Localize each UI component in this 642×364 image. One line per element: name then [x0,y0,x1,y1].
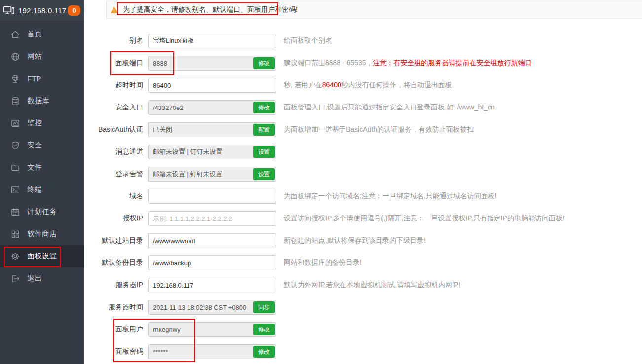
panel-password-action-button[interactable]: 修改 [253,346,275,358]
sidebar-item-panel-settings[interactable]: 面板设置 [0,245,84,267]
settings-row-message-channel: 消息通道 设置 [84,145,642,159]
server-header[interactable]: 192.168.0.117 0 [0,0,84,21]
sidebar-item-monitor[interactable]: 监控 [0,112,84,134]
panel-user-label: 面板用户 [84,325,143,334]
settings-row-basicauth: BasicAuth认证 配置 为面板增加一道基于BasicAuth的认证服务，有… [84,122,642,137]
sidebar-item-label: 安全 [27,141,42,150]
server-time-label: 服务器时间 [84,303,143,312]
settings-row-default-site-dir: 默认建站目录 新创建的站点,默认将保存到该目录的下级目录! [84,233,642,248]
shield-check-icon [10,141,20,150]
settings-row-default-backup-dir: 默认备份目录 网站和数据库的备份目录! [84,255,642,270]
warning-icon [110,6,118,14]
sidebar-item-cron[interactable]: 计划任务 [0,201,84,223]
security-warning-banner: 为了提高安全，请修改别名、默认端口、面板用户和密码! [106,1,642,19]
alias-input[interactable] [148,34,276,48]
sidebar-item-label: 首页 [27,30,42,39]
domain-hint: 为面板绑定一个访问域名;注意：一旦绑定域名,只能通过域名访问面板! [284,192,497,201]
default-backup-dir-label: 默认备份目录 [84,258,143,267]
sidebar-item-database[interactable]: 数据库 [0,90,84,112]
domain-input[interactable] [148,189,276,204]
sidebar-item-home[interactable]: 首页 [0,23,84,45]
sidebar-item-label: FTP [27,74,41,83]
security-entrance-action-button[interactable]: 修改 [253,102,275,113]
timeout-label: 超时时间 [84,81,143,90]
settings-row-panel-password: 面板密码 修改 [84,344,642,359]
panel-password-label: 面板密码 [84,347,143,356]
login-alert-label: 登录告警 [84,170,143,179]
sidebar-item-ftp[interactable]: FTP [0,68,84,90]
sidebar-item-label: 终端 [27,185,42,194]
main-content: 为了提高安全，请修改别名、默认端口、面板用户和密码! 别名 给面板取个别名 面板… [84,0,642,364]
sidebar-menu: 首页 网站 FTP 数据库 监控 安全 文件 终端 计划任务 软件商店 面板设置 [0,21,84,290]
home-icon [10,30,20,39]
basicauth-action-button[interactable]: 配置 [253,124,275,136]
folder-icon [10,163,20,173]
alias-label: 别名 [84,36,143,45]
computer-icon [3,5,15,16]
sidebar-item-website[interactable]: 网站 [0,45,84,68]
warning-text: 为了提高安全，请修改别名、默认端口、面板用户和密码! [123,5,298,14]
default-backup-dir-hint: 网站和数据库的备份目录! [284,258,362,267]
settings-row-panel-port: 面板端口 修改 建议端口范围8888 - 65535，注意：有安全组的服务器请提… [84,56,642,71]
message-channel-action-button[interactable]: 设置 [253,146,275,158]
authorized-ip-label: 授权IP [84,214,143,223]
panel-port-label: 面板端口 [84,59,143,68]
timeout-input[interactable] [148,78,276,93]
login-alert-action-button[interactable]: 设置 [253,168,275,180]
settings-row-server-ip: 服务器IP 默认为外网IP,若您在本地虚拟机测试,请填写虚拟机内网IP! [84,278,642,292]
default-site-dir-label: 默认建站目录 [84,236,143,245]
authorized-ip-hint: 设置访问授权IP,多个请使用逗号(,)隔开,注意：一旦设置授权IP,只有指定IP… [284,214,565,223]
sidebar-item-label: 退出 [27,274,42,283]
domain-label: 域名 [84,192,143,201]
monitor-chart-icon [10,118,20,128]
sidebar-item-logout[interactable]: 退出 [0,267,84,290]
sidebar-item-label: 文件 [27,163,42,172]
settings-row-timeout: 超时时间 秒, 若用户在86400秒内没有任何操作，将自动退出面板 [84,78,642,93]
grid-icon [10,229,20,239]
database-icon [10,96,20,106]
panel-user-action-button[interactable]: 修改 [253,324,275,335]
panel-port-action-button[interactable]: 修改 [253,57,275,69]
default-site-dir-hint: 新创建的站点,默认将保存到该目录的下级目录! [284,236,426,245]
sidebar-item-label: 计划任务 [27,207,57,217]
alias-hint: 给面板取个别名 [284,36,332,45]
sidebar-item-label: 软件商店 [27,229,57,239]
logout-icon [10,274,20,284]
server-ip-hint: 默认为外网IP,若您在本地虚拟机测试,请填写虚拟机内网IP! [284,281,460,290]
sidebar: 192.168.0.117 0 首页 网站 FTP 数据库 监控 安全 文件 终… [0,0,84,364]
authorized-ip-input[interactable] [148,211,276,226]
settings-row-server-time: 服务器时间 同步 [84,300,642,315]
settings-row-domain: 域名 为面板绑定一个访问域名;注意：一旦绑定域名,只能通过域名访问面板! [84,189,642,204]
globe-icon [10,52,20,62]
sidebar-item-label: 数据库 [27,96,49,106]
terminal-icon [10,185,20,195]
basicauth-hint: 为面板增加一道基于BasicAuth的认证服务，有效防止面板被扫 [284,125,474,134]
default-backup-dir-input[interactable] [148,255,276,270]
timeout-hint: 秒, 若用户在86400秒内没有任何操作，将自动退出面板 [284,81,452,90]
settings-row-panel-user: 面板用户 修改 [84,322,642,337]
calendar-icon [10,207,20,217]
security-entrance-hint: 面板管理入口,设置后只能通过指定安全入口登录面板,如: /www_bt_cn [284,103,495,112]
gear-icon [10,252,20,261]
server-ip-text: 192.168.0.117 [18,6,68,15]
sidebar-item-appstore[interactable]: 软件商店 [0,223,84,245]
server-time-action-button[interactable]: 同步 [253,301,275,313]
settings-row-alias: 别名 给面板取个别名 [84,34,642,48]
basicauth-label: BasicAuth认证 [84,125,143,134]
server-ip-label: 服务器IP [84,281,143,290]
server-ip-input[interactable] [148,278,276,292]
settings-row-login-alert: 登录告警 设置 [84,167,642,182]
default-site-dir-input[interactable] [148,233,276,248]
sidebar-item-terminal[interactable]: 终端 [0,179,84,201]
sidebar-item-label: 面板设置 [27,252,57,261]
notification-badge[interactable]: 0 [68,5,80,16]
ftp-globe-icon [10,74,20,84]
sidebar-item-security[interactable]: 安全 [0,134,84,156]
settings-form: 别名 给面板取个别名 面板端口 修改 建议端口范围8888 - 65535，注意… [84,34,642,364]
panel-port-hint: 建议端口范围8888 - 65535，注意：有安全组的服务器请提前在安全组放行新… [284,59,532,68]
sidebar-item-files[interactable]: 文件 [0,156,84,179]
sidebar-item-label: 网站 [27,52,42,61]
settings-row-authorized-ip: 授权IP 设置访问授权IP,多个请使用逗号(,)隔开,注意：一旦设置授权IP,只… [84,211,642,226]
sidebar-item-label: 监控 [27,118,42,128]
security-entrance-label: 安全入口 [84,103,143,112]
